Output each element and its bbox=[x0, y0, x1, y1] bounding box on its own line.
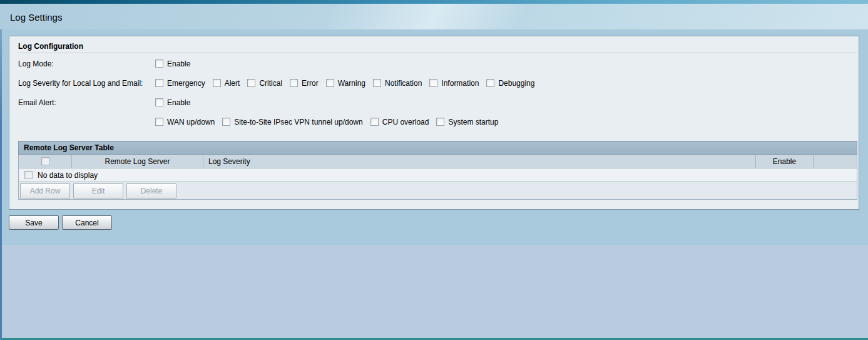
log-configuration-panel: Log Configuration Log Mode: Enable Log S… bbox=[9, 36, 859, 210]
form-row-email-alert: Email Alert: Enable bbox=[18, 93, 857, 112]
email-alert-options: Enable bbox=[155, 98, 190, 107]
content-area: Log Configuration Log Mode: Enable Log S… bbox=[0, 29, 868, 245]
checkbox-wan-updown[interactable] bbox=[155, 118, 163, 126]
left-edge-strip bbox=[0, 29, 2, 340]
no-data-label: No data to display bbox=[38, 171, 98, 180]
checkbox-warning[interactable] bbox=[326, 79, 334, 87]
select-all-checkbox[interactable] bbox=[41, 157, 49, 165]
checkbox-label: Error bbox=[302, 79, 319, 88]
form-row-alert-events: WAN up/down Site-to-Site IPsec VPN tunne… bbox=[18, 112, 857, 131]
page-background bbox=[0, 245, 868, 338]
checkbox-emergency[interactable] bbox=[155, 79, 163, 87]
severity-warning-option[interactable]: Warning bbox=[326, 79, 365, 88]
screen: Log Settings Log Configuration Log Mode:… bbox=[0, 0, 868, 340]
vpn-tunnel-updown-option[interactable]: Site-to-Site IPsec VPN tunnel up/down bbox=[222, 118, 362, 126]
checkbox-error[interactable] bbox=[290, 79, 298, 87]
column-remote-log-server: Remote Log Server bbox=[72, 155, 203, 168]
log-mode-label: Log Mode: bbox=[18, 59, 155, 68]
checkbox-label: Enable bbox=[167, 59, 190, 68]
edit-button[interactable]: Edit bbox=[73, 183, 123, 198]
add-row-button[interactable]: Add Row bbox=[20, 183, 70, 198]
delete-button[interactable]: Delete bbox=[126, 183, 176, 198]
checkbox-label: Enable bbox=[167, 98, 190, 107]
checkbox-critical[interactable] bbox=[247, 79, 255, 87]
cpu-overload-option[interactable]: CPU overload bbox=[370, 118, 429, 126]
email-alert-enable-option[interactable]: Enable bbox=[155, 98, 190, 107]
checkbox-debugging[interactable] bbox=[486, 79, 494, 87]
checkbox-notification[interactable] bbox=[373, 79, 381, 87]
checkbox-system-startup[interactable] bbox=[436, 118, 444, 126]
log-severity-label: Log Severity for Local Log and Email: bbox=[18, 79, 155, 88]
email-alert-label: Email Alert: bbox=[18, 98, 155, 107]
page-header: Log Settings bbox=[0, 4, 868, 29]
table-button-row: Add Row Edit Delete bbox=[18, 182, 857, 200]
severity-information-option[interactable]: Information bbox=[429, 79, 479, 88]
checkbox-alert[interactable] bbox=[213, 79, 221, 87]
checkbox-label: System startup bbox=[448, 118, 498, 126]
checkbox-cpu-overload[interactable] bbox=[370, 118, 379, 126]
save-button[interactable]: Save bbox=[9, 215, 59, 230]
checkbox-label: Warning bbox=[338, 79, 365, 88]
checkbox-label: Site-to-Site IPsec VPN tunnel up/down bbox=[234, 118, 362, 126]
empty-table-row: No data to display bbox=[18, 168, 857, 182]
checkbox-label: Debugging bbox=[498, 79, 534, 88]
system-startup-option[interactable]: System startup bbox=[436, 118, 498, 126]
form-row-log-severity: Log Severity for Local Log and Email: Em… bbox=[18, 73, 857, 93]
form-row-log-mode: Log Mode: Enable bbox=[18, 54, 857, 73]
severity-debugging-option[interactable]: Debugging bbox=[486, 79, 534, 88]
column-actions bbox=[814, 155, 857, 168]
table-header-row: Remote Log Server Log Severity Enable bbox=[18, 155, 857, 168]
log-mode-enable-option[interactable]: Enable bbox=[155, 59, 190, 68]
checkbox-information[interactable] bbox=[429, 79, 437, 87]
column-label: Log Severity bbox=[208, 157, 250, 166]
checkbox-label: Emergency bbox=[167, 79, 205, 88]
form-actions: Save Cancel bbox=[9, 215, 859, 230]
severity-notification-option[interactable]: Notification bbox=[373, 79, 422, 88]
severity-error-option[interactable]: Error bbox=[290, 79, 319, 88]
checkbox-label: WAN up/down bbox=[167, 118, 215, 126]
checkbox-log-mode-enable[interactable] bbox=[155, 59, 163, 68]
column-log-severity: Log Severity bbox=[203, 155, 756, 168]
cancel-button[interactable]: Cancel bbox=[62, 215, 112, 230]
checkbox-label: Critical bbox=[259, 79, 282, 88]
column-label: Enable bbox=[773, 157, 796, 166]
log-mode-options: Enable bbox=[155, 59, 190, 68]
checkbox-label: Notification bbox=[385, 79, 422, 88]
log-severity-options: Emergency Alert Critical Error bbox=[155, 79, 534, 88]
header-select-cell bbox=[19, 155, 72, 168]
alert-event-options: WAN up/down Site-to-Site IPsec VPN tunne… bbox=[155, 118, 498, 126]
column-enable: Enable bbox=[756, 155, 814, 168]
wan-updown-option[interactable]: WAN up/down bbox=[155, 118, 215, 126]
checkbox-label: CPU overload bbox=[382, 118, 429, 126]
checkbox-vpn-tunnel-updown[interactable] bbox=[222, 118, 230, 126]
table-title: Remote Log Server Table bbox=[18, 141, 857, 155]
section-title: Log Configuration bbox=[18, 41, 857, 53]
no-data-checkbox[interactable] bbox=[24, 171, 33, 179]
checkbox-email-alert-enable[interactable] bbox=[155, 98, 163, 106]
checkbox-label: Alert bbox=[225, 79, 240, 88]
severity-critical-option[interactable]: Critical bbox=[247, 79, 282, 88]
page-title: Log Settings bbox=[0, 4, 868, 23]
severity-alert-option[interactable]: Alert bbox=[213, 79, 240, 88]
column-label: Remote Log Server bbox=[105, 157, 170, 166]
severity-emergency-option[interactable]: Emergency bbox=[155, 79, 205, 88]
checkbox-label: Information bbox=[441, 79, 479, 88]
section-divider bbox=[18, 53, 857, 53]
remote-log-server-table: Remote Log Server Table Remote Log Serve… bbox=[18, 141, 857, 200]
